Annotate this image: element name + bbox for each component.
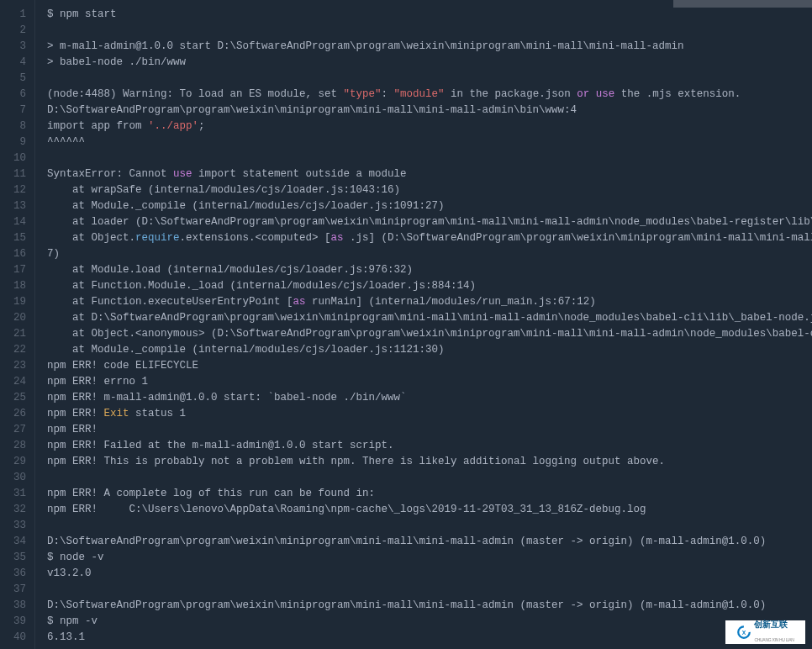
line-number: 7 [0, 103, 26, 119]
code-line[interactable] [47, 150, 812, 166]
code-line[interactable] [47, 518, 812, 534]
code-line[interactable]: at Function.executeUserEntryPoint [as ru… [47, 294, 812, 310]
line-number: 15 [0, 230, 26, 246]
code-line[interactable]: $ npm start [47, 7, 812, 23]
code-line[interactable]: D:\SoftwareAndProgram\program\weixin\min… [47, 598, 812, 614]
line-number: 28 [0, 438, 26, 454]
code-line[interactable]: npm ERR! C:\Users\lenovo\AppData\Roaming… [47, 502, 812, 518]
line-number-gutter: 1234567891011121314151617181920212223242… [0, 0, 35, 649]
code-line[interactable]: import app from '../app'; [47, 119, 812, 135]
line-number: 17 [0, 262, 26, 278]
code-line[interactable]: $ npm -v [47, 614, 812, 630]
line-number: 1 [0, 7, 26, 23]
line-number: 9 [0, 135, 26, 150]
line-number: 34 [0, 534, 26, 550]
line-number: 3 [0, 39, 26, 55]
line-number: 25 [0, 390, 26, 406]
code-line[interactable]: $ node -v [47, 550, 812, 566]
line-number: 8 [0, 119, 26, 135]
code-line[interactable] [47, 71, 812, 87]
code-line[interactable]: at Object.<anonymous> (D:\SoftwareAndPro… [47, 326, 812, 342]
code-line[interactable]: ^^^^^^ [47, 135, 812, 150]
code-line[interactable]: npm ERR! code ELIFECYCLE [47, 358, 812, 374]
watermark-text-cn: 创新互联 [754, 616, 794, 632]
line-number: 16 [0, 246, 26, 262]
code-content[interactable]: $ npm start > m-mall-admin@1.0.0 start D… [35, 0, 812, 649]
code-line[interactable]: at Module._compile (internal/modules/cjs… [47, 342, 812, 358]
code-line[interactable]: npm ERR! Exit status 1 [47, 406, 812, 422]
horizontal-scrollbar[interactable] [673, 0, 812, 8]
code-line[interactable]: npm ERR! [47, 422, 812, 438]
code-line[interactable] [47, 582, 812, 598]
code-line[interactable]: 6.13.1 [47, 630, 812, 646]
code-line[interactable]: D:\SoftwareAndProgram\program\weixin\min… [47, 103, 812, 119]
code-line[interactable]: npm ERR! Failed at the m-mall-admin@1.0.… [47, 438, 812, 454]
code-line[interactable]: (node:4488) Warning: To load an ES modul… [47, 87, 812, 103]
line-number: 35 [0, 550, 26, 566]
line-number: 11 [0, 166, 26, 182]
line-number: 22 [0, 342, 26, 358]
code-line[interactable]: at Function.Module._load (internal/modul… [47, 278, 812, 294]
watermark-icon: X [736, 625, 751, 640]
line-number: 38 [0, 598, 26, 614]
code-line[interactable]: npm ERR! A complete log of this run can … [47, 486, 812, 502]
code-line[interactable]: npm ERR! m-mall-admin@1.0.0 start: `babe… [47, 390, 812, 406]
line-number: 37 [0, 582, 26, 598]
line-number: 36 [0, 566, 26, 582]
code-line[interactable]: npm ERR! errno 1 [47, 374, 812, 390]
watermark-logo: X 创新互联 CHUANG XIN HU LIAN [725, 620, 805, 644]
code-line[interactable]: at Module._compile (internal/modules/cjs… [47, 198, 812, 214]
code-line[interactable]: at Object.require.extensions.<computed> … [47, 230, 812, 246]
code-line[interactable]: npm ERR! This is probably not a problem … [47, 454, 812, 470]
line-number: 27 [0, 422, 26, 438]
line-number: 23 [0, 358, 26, 374]
line-number: 40 [0, 630, 26, 646]
code-line[interactable]: SyntaxError: Cannot use import statement… [47, 166, 812, 182]
line-number: 30 [0, 470, 26, 486]
code-line[interactable]: at loader (D:\SoftwareAndProgram\program… [47, 214, 812, 230]
line-number: 31 [0, 486, 26, 502]
line-number: 32 [0, 502, 26, 518]
code-line[interactable]: 7) [47, 246, 812, 262]
code-line[interactable] [47, 23, 812, 39]
line-number: 5 [0, 71, 26, 87]
line-number: 39 [0, 614, 26, 630]
code-line[interactable] [47, 470, 812, 486]
code-line[interactable]: > babel-node ./bin/www [47, 55, 812, 71]
line-number: 19 [0, 294, 26, 310]
line-number: 2 [0, 23, 26, 39]
code-line[interactable]: > m-mall-admin@1.0.0 start D:\SoftwareAn… [47, 39, 812, 55]
line-number: 6 [0, 87, 26, 103]
line-number: 4 [0, 55, 26, 71]
line-number: 18 [0, 278, 26, 294]
code-line[interactable]: at wrapSafe (internal/modules/cjs/loader… [47, 182, 812, 198]
line-number: 24 [0, 374, 26, 390]
code-line[interactable]: at D:\SoftwareAndProgram\program\weixin\… [47, 310, 812, 326]
code-line[interactable]: D:\SoftwareAndProgram\program\weixin\min… [47, 534, 812, 550]
line-number: 29 [0, 454, 26, 470]
line-number: 26 [0, 406, 26, 422]
code-editor[interactable]: 1234567891011121314151617181920212223242… [0, 0, 812, 649]
watermark-text-en: CHUANG XIN HU LIAN [754, 632, 794, 648]
line-number: 13 [0, 198, 26, 214]
line-number: 33 [0, 518, 26, 534]
line-number: 10 [0, 150, 26, 166]
line-number: 14 [0, 214, 26, 230]
line-number: 20 [0, 310, 26, 326]
line-number: 12 [0, 182, 26, 198]
code-line[interactable]: at Module.load (internal/modules/cjs/loa… [47, 262, 812, 278]
code-line[interactable]: v13.2.0 [47, 566, 812, 582]
line-number: 21 [0, 326, 26, 342]
svg-text:X: X [742, 630, 746, 636]
